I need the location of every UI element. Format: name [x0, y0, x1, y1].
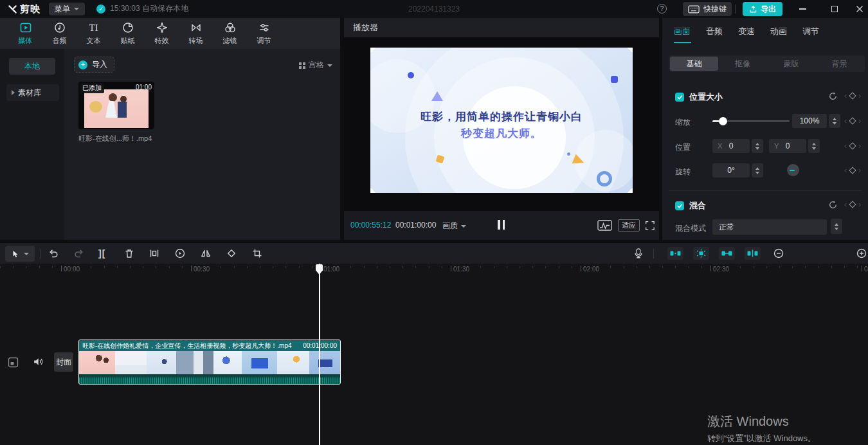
zoom-out-button[interactable]	[773, 248, 785, 260]
timeline-ruler[interactable]: 00:00 00:30 01:00 01:30 02:00 02:30 03:0…	[0, 264, 868, 275]
transition-icon	[190, 21, 203, 34]
tab-picture[interactable]: 画面	[674, 26, 691, 37]
mute-track-icon[interactable]	[32, 356, 44, 368]
import-button[interactable]: + 导入	[74, 57, 114, 73]
rotate-input[interactable]: 0°	[712, 163, 750, 177]
position-x-input[interactable]: X 0	[712, 139, 750, 153]
position-keyframe[interactable]: ‹›	[844, 143, 861, 149]
reset-position-size-button[interactable]	[828, 91, 838, 101]
cover-button[interactable]: 封面	[54, 352, 73, 372]
keyframe-diamond-icon[interactable]	[849, 92, 856, 99]
rotate-knob[interactable]	[787, 164, 799, 176]
scale-keyframe[interactable]: ‹›	[844, 118, 861, 124]
transform-handle[interactable]	[626, 188, 633, 193]
media-clip-card[interactable]: 已添加 01:00	[78, 82, 154, 129]
export-button[interactable]: 导出	[743, 2, 782, 16]
mirror-button[interactable]	[200, 248, 212, 259]
split-button[interactable]: ][	[98, 248, 110, 259]
tab-filter[interactable]: 滤镜	[213, 18, 247, 49]
preview-axis-toggle[interactable]	[719, 247, 735, 260]
position-size-checkbox[interactable]	[675, 93, 684, 102]
linkage-toggle[interactable]	[693, 247, 709, 260]
keyframe-diamond-icon[interactable]	[849, 117, 856, 124]
reverse-button[interactable]	[174, 248, 186, 259]
main-track-magnet-toggle[interactable]	[745, 247, 761, 260]
quality-dropdown[interactable]: 画质	[442, 221, 466, 232]
crop-button[interactable]	[251, 248, 263, 259]
position-size-keyframe[interactable]: ‹ ›	[844, 93, 861, 99]
scale-value-input[interactable]: 100%	[792, 114, 827, 128]
preview-caption-line1: 旺影，用简单的操作让青铜小白	[370, 109, 633, 124]
tab-audio-settings[interactable]: 音频	[706, 26, 723, 37]
fullscreen-button[interactable]	[644, 220, 655, 230]
tab-transition[interactable]: 转场	[179, 18, 213, 49]
chevron-down-icon	[461, 225, 466, 228]
select-tool-button[interactable]	[5, 246, 35, 262]
delete-button[interactable]	[123, 248, 135, 259]
subtab-cutout[interactable]: 抠像	[718, 57, 766, 71]
blend-mode-stepper[interactable]	[831, 219, 842, 234]
scale-label: 缩放	[675, 117, 691, 128]
tab-text[interactable]: TI 文本	[77, 18, 111, 49]
clip-filmstrip	[79, 351, 340, 374]
tab-audio[interactable]: 音频	[42, 18, 77, 49]
tab-sticker[interactable]: 贴纸	[111, 18, 145, 49]
track-options-icon[interactable]	[8, 357, 19, 368]
media-icon	[19, 21, 32, 34]
transform-handle[interactable]	[626, 48, 633, 53]
scale-slider[interactable]	[712, 120, 790, 122]
tab-adjust-settings[interactable]: 调节	[802, 26, 819, 37]
preview-quality-icon[interactable]	[597, 220, 612, 231]
tab-animation[interactable]: 动画	[770, 26, 787, 37]
subtab-background[interactable]: 背景	[815, 57, 863, 71]
rotate-button[interactable]	[226, 248, 237, 259]
keyframe-next-icon[interactable]: ›	[858, 93, 861, 99]
keyframe-diamond-icon[interactable]	[849, 167, 856, 174]
nav-item-local[interactable]: 本地	[9, 58, 55, 75]
shortcuts-button[interactable]: 快捷键	[683, 2, 732, 16]
decor-square	[611, 76, 618, 83]
position-y-stepper[interactable]	[808, 139, 820, 153]
rotate-stepper[interactable]	[752, 163, 763, 177]
keyframe-prev-icon[interactable]: ‹	[844, 93, 847, 99]
position-y-input[interactable]: Y 0	[769, 139, 806, 153]
snap-toggle[interactable]	[667, 247, 683, 260]
transform-handle[interactable]	[370, 48, 377, 53]
tab-effects[interactable]: 特效	[145, 18, 179, 49]
blend-checkbox[interactable]	[675, 201, 684, 210]
tab-speed[interactable]: 变速	[738, 26, 755, 37]
fit-button[interactable]: 适应	[618, 219, 640, 232]
reset-blend-button[interactable]	[828, 200, 838, 210]
pause-button[interactable]	[498, 220, 505, 230]
record-voiceover-button[interactable]	[633, 248, 644, 259]
blend-keyframe[interactable]: ‹›	[844, 201, 861, 208]
scale-stepper[interactable]	[829, 114, 840, 128]
view-mode-selector[interactable]: 宫格	[299, 60, 332, 71]
tab-media[interactable]: 媒体	[8, 18, 42, 49]
scale-slider-knob[interactable]	[719, 117, 727, 125]
blend-mode-select[interactable]: 正常	[712, 219, 827, 235]
timeline-clip[interactable]: 旺影-在线创作婚礼爱情，企业宣传，生活相册视频，秒变超凡大师！.mp4 00:0…	[78, 340, 341, 385]
microphone-icon	[633, 248, 644, 259]
keyframe-diamond-icon[interactable]	[849, 142, 856, 149]
redo-button[interactable]	[73, 248, 85, 259]
position-x-stepper[interactable]	[752, 139, 763, 153]
freeze-frame-button[interactable]	[149, 248, 160, 259]
rotate-keyframe[interactable]: ‹›	[844, 167, 861, 174]
nav-item-material-library[interactable]: 素材库	[6, 84, 59, 101]
keyframe-diamond-icon[interactable]	[849, 201, 856, 208]
tab-adjust[interactable]: 调节	[247, 18, 281, 49]
playhead[interactable]	[319, 264, 320, 445]
added-badge: 已添加	[80, 83, 104, 93]
subtab-basic[interactable]: 基础	[670, 57, 718, 71]
fullscreen-icon	[644, 220, 655, 230]
transform-handle[interactable]	[370, 188, 377, 193]
subtab-mask[interactable]: 蒙版	[767, 57, 815, 71]
zoom-in-button[interactable]	[856, 248, 868, 260]
help-button[interactable]: ?	[657, 4, 667, 14]
undo-button[interactable]	[48, 248, 59, 259]
maximize-button[interactable]	[825, 0, 844, 18]
close-button[interactable]	[850, 0, 868, 18]
minimize-button[interactable]	[793, 0, 812, 18]
video-preview[interactable]: 旺影，用简单的操作让青铜小白 秒变超凡大师。	[370, 48, 633, 193]
